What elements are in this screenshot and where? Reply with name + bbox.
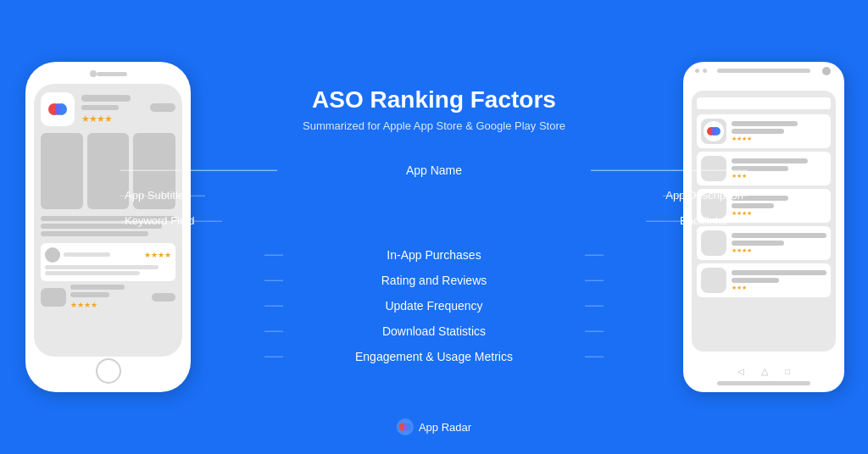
android-recent-btn: □	[785, 367, 790, 376]
line-center-inapp-r	[585, 254, 604, 255]
review-text-bar-1	[45, 265, 159, 269]
review-header: ★★★★	[45, 247, 171, 263]
android-stars-2: ★★★	[732, 173, 826, 180]
review-name-area	[64, 252, 141, 258]
subtitle-left-label: App Subtitle	[125, 189, 184, 202]
app-info: ★★★★	[81, 95, 143, 125]
page-title: ASO Ranking Factors	[290, 86, 578, 114]
get-button-bar	[150, 103, 175, 112]
factor-inapp: In-App Purchases	[290, 241, 578, 267]
android-bottom-bar	[717, 381, 810, 385]
android-app-row-2: ★★★	[697, 152, 831, 185]
factor-engagement: Engagement & Usage Metrics	[290, 343, 578, 368]
android-speaker	[717, 69, 810, 73]
branding-section: App Radar	[397, 418, 471, 435]
reviewer-avatar	[45, 247, 60, 263]
android-app-icon-2	[701, 156, 726, 181]
bottom-button-bar	[152, 293, 175, 302]
screenshot-2	[87, 133, 130, 209]
android-app-name-2	[732, 158, 808, 163]
engagement-label: Engagement & Usage Metrics	[355, 349, 513, 363]
download-label: Download Statistics	[382, 324, 486, 337]
android-back-btn: ◁	[737, 367, 744, 376]
reviewer-name-bar	[64, 252, 110, 257]
app-header-section: ★★★★	[41, 92, 175, 126]
keyword-backlinks-row: Keyword Field Backlinks	[290, 208, 578, 233]
android-app-row-1: ★★★★	[697, 114, 831, 148]
android-dot-2	[703, 69, 707, 73]
android-stars-5: ★★★	[732, 285, 826, 291]
line-center-download-r	[585, 330, 604, 331]
android-app-sub-3	[732, 203, 774, 208]
center-content-panel: ASO Ranking Factors Summarized for Apple…	[290, 86, 578, 369]
line-center-update-l	[264, 305, 283, 306]
app-radar-logo	[397, 418, 414, 435]
factor-rating: Rating and Reviews	[290, 267, 578, 292]
svg-point-7	[712, 127, 716, 136]
android-app-sub-4	[732, 241, 784, 246]
android-home-btn: △	[761, 366, 768, 377]
main-container: ★★★★	[0, 0, 868, 454]
android-camera	[822, 67, 831, 75]
android-app-name-1	[732, 121, 798, 126]
iphone-speaker	[97, 72, 127, 76]
get-button-bottom: ★★★★	[41, 285, 175, 309]
factor-download: Download Statistics	[290, 318, 578, 343]
android-app-row-4: ★★★★	[697, 226, 831, 260]
stars-display: ★★★★	[81, 114, 143, 125]
line-center-engagement-l	[264, 356, 283, 357]
inapp-label: In-App Purchases	[387, 247, 481, 261]
iphone-mockup: ★★★★	[25, 62, 191, 392]
android-dots	[695, 69, 707, 73]
spacer-1	[290, 233, 578, 241]
line-right-description	[663, 195, 748, 196]
bottom-text-bar	[70, 285, 125, 290]
android-app-info-5: ★★★	[732, 270, 826, 291]
line-center-download-l	[264, 330, 283, 331]
android-mockup: ★★★★ ★★★ ★★★★	[683, 62, 844, 392]
android-stars-4: ★★★★	[732, 247, 826, 254]
line-center-update-r	[585, 305, 604, 306]
get-button-area	[150, 103, 175, 115]
android-app-name-4	[732, 233, 826, 238]
app-name-bar	[81, 95, 131, 102]
bottom-text-area: ★★★★	[70, 285, 147, 309]
review-stars: ★★★★	[144, 251, 171, 259]
brand-name: App Radar	[419, 421, 471, 434]
android-app-info-2: ★★★	[732, 158, 826, 180]
app-icon	[41, 92, 75, 126]
line-right-appname	[591, 169, 748, 170]
android-frame: ★★★★ ★★★ ★★★★	[683, 62, 844, 392]
android-nav: ◁ △ □	[737, 366, 790, 377]
bottom-icon	[41, 288, 66, 307]
desc-bar-3	[41, 231, 148, 236]
screenshot-1	[41, 133, 83, 209]
update-label: Update Frequency	[385, 298, 482, 312]
line-right-backlinks	[646, 220, 722, 221]
android-app-icon-5	[701, 268, 726, 293]
rating-label: Rating and Reviews	[381, 273, 487, 286]
bottom-stars: ★★★★	[70, 301, 147, 309]
factor-appname: App Name	[290, 157, 578, 182]
line-center-inapp-l	[264, 254, 283, 255]
line-left-appname	[120, 169, 277, 170]
android-app-sub-1	[732, 129, 784, 134]
android-app-info-3: ★★★★	[732, 196, 826, 217]
android-dot-1	[695, 69, 699, 73]
line-center-engagement-r	[585, 356, 604, 357]
keyword-left-label: Keyword Field	[125, 214, 194, 227]
review-section: ★★★★ ★★★★	[41, 243, 175, 309]
app-subtitle-bar	[81, 105, 119, 110]
svg-point-3	[55, 103, 60, 115]
svg-point-11	[403, 424, 407, 431]
android-stars-3: ★★★★	[732, 210, 826, 217]
iphone-frame: ★★★★	[25, 62, 191, 392]
page-subtitle: Summarized for Apple App Store & Google …	[290, 119, 578, 131]
bottom-text-bar-2	[70, 292, 109, 297]
android-stars-1: ★★★★	[732, 136, 826, 142]
android-app-info-1: ★★★★	[732, 121, 826, 142]
review-item: ★★★★	[41, 243, 175, 281]
android-app-icon-4	[701, 230, 726, 256]
line-center-rating-l	[264, 280, 283, 280]
android-app-icon-1	[701, 119, 726, 144]
